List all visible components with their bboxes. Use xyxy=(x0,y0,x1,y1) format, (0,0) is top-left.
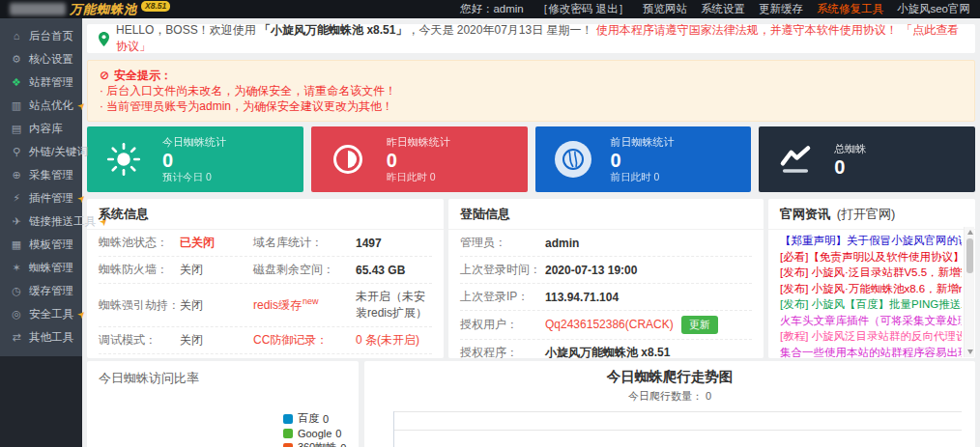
stat-card-title: 前日蜘蛛统计 xyxy=(611,135,675,150)
stat-card-title: 总蜘蛛 xyxy=(834,142,866,156)
pie-chart-panel: 今日蜘蛛访问比率 百度 0 Google 0 xyxy=(87,361,359,447)
sidebar-item[interactable]: ◎ 安全工具 ➤ xyxy=(0,302,82,325)
line-chart-panel: 今日蜘蛛爬行走势图 今日爬行数量： 0 0 0 xyxy=(364,361,975,447)
stat-card-subtext: 前日此时 0 xyxy=(611,171,675,184)
info-value: 关闭 xyxy=(180,333,203,347)
info-value: 2020-07-13 19:00 xyxy=(545,264,637,277)
system-info-title: 系统信息 xyxy=(87,199,444,230)
info-value-cell: 关闭 xyxy=(180,262,253,278)
stat-cards-row: 今日蜘蛛统计 0 预计今日 0 昨日蜘蛛统计 0 昨日此时 0 xyxy=(87,126,975,192)
info-label-cell: CC防御记录： xyxy=(253,332,356,349)
sidebar-item[interactable]: ⊕ 采集管理 xyxy=(0,163,82,186)
sidebar-item-icon: ⇄ xyxy=(10,331,23,344)
info-label: 授权程序： xyxy=(460,345,545,358)
security-alert: ⊘ 安全提示： · 后台入口文件尚未改名，为确保安全，请重命名该文件！ · 当前… xyxy=(87,60,975,122)
sidebar-item[interactable]: ⚙ 核心设置 xyxy=(0,47,82,70)
stat-card-title: 昨日蜘蛛统计 xyxy=(387,135,450,150)
info-value-cell: 2020-07-13 19:00 xyxy=(545,264,752,277)
stat-card-total: 总蜘蛛 0 xyxy=(759,126,975,192)
stat-card-value: 0 xyxy=(834,156,866,178)
sidebar-item-icon: ✈ xyxy=(10,215,23,228)
legend-value: 0 xyxy=(340,442,346,447)
news-link[interactable]: 集合一些使用本站的站群程序容易出现的问题和解决方法 xyxy=(780,345,962,359)
sidebar-item[interactable]: ✶ 蜘蛛管理 xyxy=(0,256,82,279)
stat-card-body: 前日蜘蛛统计 0 前日此时 0 xyxy=(611,135,675,184)
topnav-link[interactable]: 系统设置 xyxy=(701,2,745,16)
news-link[interactable]: 火车头文章库插件（可将采集文章处理成小旋风支持的格式） xyxy=(780,313,962,329)
sidebar-item[interactable]: ❖ 站群管理 xyxy=(0,70,82,94)
logo-text: 万能蜘蛛池 xyxy=(70,1,137,18)
sidebar-item-icon: ⌂ xyxy=(10,30,23,42)
news-list: 【郑重声明】关于假冒小旋风官网的说明和声明 [必看]【免责声明以及软件使用协议】… xyxy=(768,230,975,358)
map-pin-icon xyxy=(99,32,109,46)
topnav-link[interactable]: 系统修复工具 xyxy=(817,2,883,16)
stat-card-day-before: 前日蜘蛛统计 0 前日此时 0 xyxy=(535,126,752,192)
globe-icon xyxy=(555,141,611,178)
stat-card-title: 今日蜘蛛统计 xyxy=(162,135,226,150)
open-official-site-link[interactable]: (打开官网) xyxy=(837,207,896,221)
legend-item[interactable]: 360蜘蛛 0 xyxy=(283,440,350,447)
scrollbar[interactable] xyxy=(964,227,974,357)
sidebar-item-label: 核心设置 xyxy=(29,52,73,67)
stat-card-value: 0 xyxy=(387,150,450,171)
stat-card-value: 0 xyxy=(162,150,226,171)
sidebar-item[interactable]: ▤ 内容库 xyxy=(0,117,82,140)
topnav-link[interactable]: 更新缓存 xyxy=(759,2,803,16)
charts-row: 今日蜘蛛访问比率 百度 0 Google 0 xyxy=(87,361,975,447)
topnav-link[interactable]: 预览网站 xyxy=(643,2,687,16)
topnav-link[interactable]: 小旋风seo官网 xyxy=(897,2,970,16)
news-link[interactable]: [发布] 小旋风【百度】批量PING推送工具v3(日推送量百万) xyxy=(780,296,962,313)
sidebar-item-label: 站群管理 xyxy=(29,75,73,90)
welcome-date: ，今天是 2020年07月13日 星期一！ xyxy=(407,23,592,37)
info-label: 上次登录IP： xyxy=(460,289,545,305)
sidebar-item-label: 站点优化 xyxy=(29,98,73,113)
sidebar-item[interactable]: ▥ 站点优化 ➤ xyxy=(0,94,82,117)
line-chart-subtitle: 今日爬行数量： 0 xyxy=(364,386,975,404)
logo-version-badge: X8.51 xyxy=(141,1,170,12)
sidebar-item-label: 插件管理 xyxy=(29,191,73,206)
news-panel-title: 官网资讯 (打开官网) xyxy=(768,199,975,230)
sidebar-item-label: 缓存管理 xyxy=(29,284,73,298)
legend-item[interactable]: Google 0 xyxy=(283,426,350,440)
info-value-cell: Qq2436152386(CRACK)更新 xyxy=(545,316,752,334)
legend-label: 360蜘蛛 xyxy=(298,440,336,447)
sidebar-item[interactable]: ✈ 链接推送工具 ➤ xyxy=(0,210,82,233)
sidebar-item[interactable]: ◷ 缓存管理 xyxy=(0,279,82,302)
news-link[interactable]: 【郑重声明】关于假冒小旋风官网的说明和声明 xyxy=(780,233,962,249)
greeting-text: 您好：admin xyxy=(460,2,524,16)
update-button[interactable]: 更新 xyxy=(681,316,718,334)
new-badge: new xyxy=(303,296,319,306)
account-links[interactable]: ［修改密码 退出］ xyxy=(537,2,629,16)
sidebar-item[interactable]: ⚡ 插件管理 ➤ xyxy=(0,186,82,210)
info-label-cell: redis缓存new xyxy=(253,296,356,314)
info-label: redis缓存 xyxy=(253,298,302,312)
scroll-down-icon[interactable] xyxy=(967,349,973,354)
legend-label: Google xyxy=(298,428,331,439)
sidebar-item[interactable]: ▦ 模板管理 xyxy=(0,233,82,256)
scrollbar-thumb[interactable] xyxy=(966,238,973,273)
sidebar-menu: ⌂ 后台首页 ⚙ 核心设置 ❖ 站群管理 ▥ 站点优化 ➤ xyxy=(0,18,82,349)
news-link[interactable]: [教程] 小旋风泛目录站群的反向代理设置方法 xyxy=(780,328,962,345)
sidebar-item[interactable]: ⇄ 其他工具 xyxy=(0,325,82,349)
sidebar-item[interactable]: ⌂ 后台首页 xyxy=(0,24,82,47)
info-value: 已关闭 xyxy=(180,236,215,249)
scroll-up-icon[interactable] xyxy=(967,230,973,235)
sidebar-item-label: 采集管理 xyxy=(29,168,73,182)
app-logo: 万能蜘蛛池 X8.51 xyxy=(10,1,170,18)
stat-card-yesterday: 昨日蜘蛛统计 0 昨日此时 0 xyxy=(311,126,528,192)
legend-item[interactable]: 百度 0 xyxy=(283,411,350,426)
news-link[interactable]: [发布] 小旋风·万能蜘蛛池x8.6，新增redis缓存以及多项功能 xyxy=(780,281,962,297)
legend-swatch xyxy=(283,414,293,424)
stat-card-subtext: 昨日此时 0 xyxy=(387,171,450,184)
sidebar-item-icon: ▤ xyxy=(10,123,23,135)
news-link[interactable]: [发布] 小旋风·泛目录站群V5.5，新增安全和系统修复工具等 xyxy=(780,265,962,281)
info-label-cell: 磁盘剩余空间： xyxy=(253,262,356,278)
security-alert-title: ⊘ 安全提示： xyxy=(100,68,963,83)
sidebar-item[interactable]: ⚲ 外链/关键词 xyxy=(0,140,82,163)
news-link[interactable]: [必看]【免责声明以及软件使用协议】 xyxy=(780,249,962,265)
system-info-row: 蜘蛛防火墙： 关闭 磁盘剩余空间： 65.43 GB xyxy=(99,257,432,284)
info-value: 关闭 xyxy=(180,298,203,312)
legend-swatch xyxy=(283,443,293,447)
system-info-row: IP黑名单： 关闭 UA黑名单： 关闭 xyxy=(99,354,432,358)
sidebar-item-icon: ⚲ xyxy=(10,146,23,158)
